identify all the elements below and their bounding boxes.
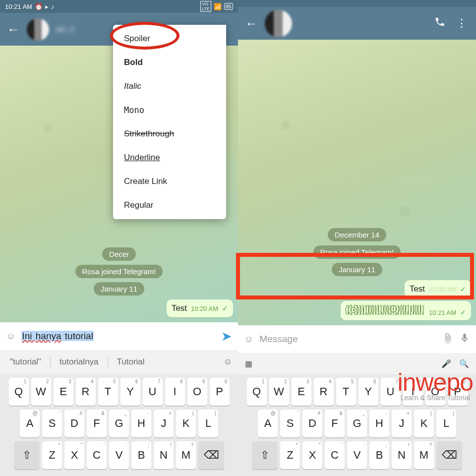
right-screenshot: ← ⋮ December 14 Rosa joined Telegram! Ja… [238, 0, 476, 476]
key-r[interactable]: R4 [76, 378, 96, 406]
key-x[interactable]: X" [64, 441, 84, 469]
key-o[interactable]: O9 [187, 378, 207, 406]
key-n[interactable]: N! [154, 441, 174, 469]
key-o[interactable]: O9 [425, 378, 445, 406]
menu-create-link[interactable]: Create Link [113, 170, 226, 193]
attach-icon[interactable] [442, 333, 453, 346]
key-e[interactable]: E3 [292, 378, 311, 406]
play-icon: ▸ [45, 3, 49, 10]
suggestion-0[interactable]: "tutorial" [6, 355, 45, 369]
more-icon[interactable]: ⋮ [454, 17, 469, 30]
key-v[interactable]: V: [109, 441, 129, 469]
key-g[interactable]: G_ [347, 410, 367, 437]
key-g[interactable]: G_ [109, 410, 129, 437]
key-e[interactable]: E3 [54, 378, 73, 406]
key-s[interactable]: S' [42, 410, 62, 437]
key-j[interactable]: J+ [392, 410, 412, 437]
menu-bold[interactable]: Bold [113, 51, 226, 74]
annotation-red-box [236, 253, 474, 299]
suggestion-1[interactable]: tutorialnya [56, 355, 102, 369]
mic2-icon[interactable]: 🎤 [441, 359, 451, 368]
avatar[interactable] [265, 10, 292, 37]
status-time: 10:21 AM [5, 3, 32, 10]
key-l[interactable]: L) [436, 410, 456, 437]
grid-icon[interactable]: ▦ [245, 359, 252, 368]
key-x[interactable]: X" [302, 441, 322, 469]
key-t[interactable]: T5 [98, 378, 118, 406]
mic-icon[interactable] [459, 333, 470, 346]
back-icon[interactable]: ← [245, 16, 258, 31]
menu-italic[interactable]: Italic [113, 74, 226, 98]
message-bubble-out[interactable]: Test 10:20 AM ✓ [167, 299, 233, 317]
send-icon[interactable]: ➤ [221, 329, 232, 344]
keyboard: Q1W2E3R4T5Y6U7I8O9P0 A@S'D#F&G_H-J+K(L) … [238, 374, 476, 476]
suggestion-2[interactable]: Tutorial [113, 355, 149, 369]
key-f[interactable]: F& [325, 410, 345, 437]
key-z[interactable]: Z* [280, 441, 300, 469]
key-w[interactable]: W2 [31, 378, 51, 406]
key-backspace[interactable]: ⌫ [436, 441, 462, 469]
key-s[interactable]: S' [280, 410, 300, 437]
key-c[interactable]: C' [325, 441, 345, 469]
key-f[interactable]: F& [87, 410, 107, 437]
date-pill-partial: Decer [102, 247, 136, 261]
chat-header: ← ⋮ [238, 7, 476, 40]
keyboard-toolbar: ▦ 🎤 🔍 [238, 353, 476, 374]
key-l[interactable]: L) [198, 410, 218, 437]
key-u[interactable]: U7 [143, 378, 163, 406]
key-q[interactable]: Q1 [247, 378, 267, 406]
key-c[interactable]: C' [87, 441, 107, 469]
key-t[interactable]: T5 [336, 378, 356, 406]
key-i[interactable]: I8 [403, 378, 423, 406]
alarm-icon: ⏰ [35, 3, 43, 10]
message-bubble-spoiler[interactable]: 10:21 AM ✓ [341, 301, 471, 320]
join-pill: Rosa joined Telegram! [75, 265, 163, 278]
key-y[interactable]: Y6 [358, 378, 378, 406]
key-m[interactable]: M? [176, 441, 196, 469]
key-a[interactable]: A@ [20, 410, 40, 437]
message-input[interactable]: Ini hanya tutorial [21, 331, 215, 342]
key-d[interactable]: D# [64, 410, 84, 437]
key-z[interactable]: Z* [42, 441, 62, 469]
key-q[interactable]: Q1 [9, 378, 29, 406]
key-k[interactable]: K( [176, 410, 196, 437]
menu-mono[interactable]: Mono [113, 98, 226, 122]
emoji-suggest-icon[interactable]: ☺ [224, 357, 232, 367]
menu-regular[interactable]: Regular [113, 193, 226, 217]
key-m[interactable]: M? [414, 441, 434, 469]
key-r[interactable]: R4 [314, 378, 334, 406]
key-k[interactable]: K( [414, 410, 434, 437]
key-u[interactable]: U7 [381, 378, 401, 406]
key-backspace[interactable]: ⌫ [198, 441, 224, 469]
emoji-icon[interactable]: ☺ [6, 331, 15, 342]
signal-icon: 📶 [214, 3, 222, 10]
key-p[interactable]: P0 [448, 378, 468, 406]
menu-strikethrough[interactable]: Strikethrough [113, 122, 226, 146]
annotation-red-circle [110, 22, 179, 50]
key-shift[interactable]: ⇧ [14, 441, 40, 469]
key-shift[interactable]: ⇧ [252, 441, 278, 469]
back-icon[interactable]: ← [7, 22, 20, 37]
avatar[interactable] [27, 18, 49, 41]
message-input[interactable]: Message [259, 334, 436, 345]
key-b[interactable]: B; [131, 441, 151, 469]
message-input-row: ☺ Message [238, 325, 476, 353]
emoji-icon[interactable]: ☺ [244, 334, 253, 345]
key-d[interactable]: D# [302, 410, 322, 437]
spoiler-hidden-text[interactable] [346, 305, 425, 315]
key-h[interactable]: H- [131, 410, 151, 437]
key-i[interactable]: I8 [165, 378, 185, 406]
key-b[interactable]: B; [369, 441, 389, 469]
key-w[interactable]: W2 [269, 378, 289, 406]
contact-name[interactable] [299, 18, 425, 29]
key-y[interactable]: Y6 [120, 378, 140, 406]
key-n[interactable]: N! [392, 441, 412, 469]
key-j[interactable]: J+ [154, 410, 174, 437]
key-p[interactable]: P0 [210, 378, 230, 406]
search-icon[interactable]: 🔍 [459, 359, 469, 368]
key-h[interactable]: H- [369, 410, 389, 437]
call-icon[interactable] [432, 16, 447, 30]
menu-underline[interactable]: Underline [113, 146, 226, 170]
key-v[interactable]: V: [347, 441, 367, 469]
key-a[interactable]: A@ [258, 410, 278, 437]
